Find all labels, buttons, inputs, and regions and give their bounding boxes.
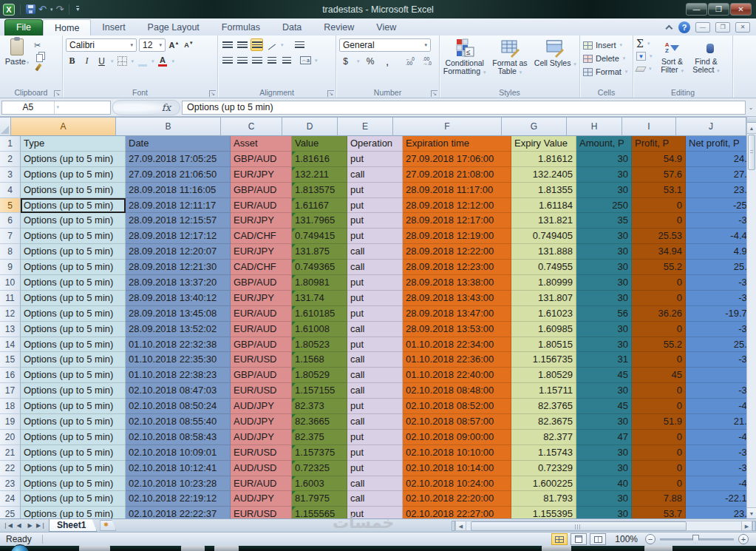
cell-H5[interactable]: 250 [576,198,632,214]
cell-A22[interactable]: Options (up to 5 min) [21,461,126,476]
cell-D6[interactable]: 131.7965 [292,213,347,229]
zoom-out-button[interactable]: − [645,534,655,544]
cell-E17[interactable]: call [347,383,403,399]
cell-C23[interactable]: EUR/AUD [231,476,292,492]
next-sheet-icon[interactable]: ▶ [25,522,35,529]
excel-logo-icon[interactable]: X [3,4,15,16]
cell-D24[interactable]: 81.7975 [292,491,347,507]
cell-C16[interactable]: GBP/AUD [231,368,292,383]
cell-I8[interactable]: 34.94 [632,244,686,260]
row-header-18[interactable]: 18 [0,399,21,414]
cell-J10[interactable]: -30 [686,275,746,291]
cell-B17[interactable]: 02.10.2018 08:47:03 [126,383,231,399]
cell-A16[interactable]: Options (up to 5 min) [21,368,126,383]
row-header-24[interactable]: 24 [0,491,21,507]
cell-B15[interactable]: 01.10.2018 22:35:30 [126,352,231,368]
row-header-4[interactable]: 4 [0,183,21,198]
tab-review[interactable]: Review [313,19,365,36]
insert-cells-button[interactable]: Insert▾ [583,38,630,52]
cell-I4[interactable]: 53.1 [632,183,686,198]
row-header-1[interactable]: 1 [0,136,21,152]
save-icon[interactable] [26,4,35,14]
cell-C5[interactable]: EUR/AUD [231,198,292,214]
cell-D20[interactable]: 82.375 [292,430,347,445]
cell-J9[interactable]: 25.2 [686,260,746,275]
cell-H8[interactable]: 30 [576,244,632,260]
cell-J12[interactable]: -19.74 [686,306,746,322]
zoom-in-button[interactable]: + [738,534,749,544]
cell-E9[interactable]: call [347,260,403,275]
cell-B9[interactable]: 28.09.2018 12:21:30 [126,260,231,275]
customize-qat-icon[interactable]: ▾ [76,6,79,13]
cell-E10[interactable]: put [347,275,403,291]
paste-button[interactable]: Paste▾ [3,38,31,71]
cell-J6[interactable]: -35 [686,213,746,229]
cell-C6[interactable]: EUR/JPY [231,213,292,229]
col-header-F[interactable]: F [393,117,502,136]
cell-I24[interactable]: 7.88 [632,491,686,507]
col-header-B[interactable]: B [116,117,221,136]
italic-button[interactable]: I [81,55,93,67]
cell-G14[interactable]: 1.80515 [511,337,576,353]
cell-H1[interactable]: Amount, P [576,136,632,152]
cell-F7[interactable]: 28.09.2018 12:19:00 [403,229,511,244]
cell-J1[interactable]: Net profit, P [686,136,746,152]
font-name-select[interactable]: Calibri▾ [66,38,137,52]
cell-D23[interactable]: 1.6003 [292,476,347,492]
cell-G12[interactable]: 1.61023 [511,306,576,322]
cell-G4[interactable]: 1.81355 [511,183,576,198]
cell-H15[interactable]: 31 [576,352,632,368]
row-header-15[interactable]: 15 [0,352,21,368]
row-header-21[interactable]: 21 [0,445,21,461]
cell-J5[interactable]: -250 [686,198,746,214]
align-right-icon[interactable] [251,54,263,67]
format-cells-button[interactable]: Format▾ [583,65,630,78]
cell-H17[interactable]: 30 [576,383,632,399]
fill-button[interactable]: ▼▾ [636,51,653,61]
col-header-I[interactable]: I [622,117,676,136]
cell-E1[interactable]: Operation [347,136,403,152]
cell-D7[interactable]: 0.749415 [292,229,347,244]
cell-G18[interactable]: 82.3765 [511,399,576,414]
cell-E25[interactable]: put [347,507,403,518]
cell-I1[interactable]: Profit, P [632,136,686,152]
normal-view-button[interactable] [551,533,568,545]
cell-B1[interactable]: Date [126,136,231,152]
tab-view[interactable]: View [365,19,407,36]
cell-F9[interactable]: 28.09.2018 12:23:00 [403,260,511,275]
redo-icon[interactable]: ↷ [55,4,64,16]
cell-D22[interactable]: 0.72325 [292,461,347,476]
accounting-format-icon[interactable]: $ [339,55,352,67]
row-header-6[interactable]: 6 [0,213,21,229]
restore-button[interactable]: ❐ [708,3,729,16]
cell-A1[interactable]: Type [21,136,126,152]
cell-C12[interactable]: EUR/AUD [231,306,292,322]
cut-icon[interactable]: ✂ [34,41,43,50]
cell-A12[interactable]: Options (up to 5 min) [21,306,126,322]
cell-B7[interactable]: 28.09.2018 12:17:12 [126,229,231,244]
cell-G20[interactable]: 82.377 [511,430,576,445]
cell-C8[interactable]: EUR/JPY [231,244,292,260]
tab-insert[interactable]: Insert [91,19,136,36]
cell-G10[interactable]: 1.80999 [511,275,576,291]
cell-C3[interactable]: EUR/JPY [231,167,292,183]
copy-icon[interactable] [36,54,43,62]
cell-D18[interactable]: 82.373 [292,399,347,414]
taskbar-button[interactable] [181,546,205,551]
insert-function-icon[interactable]: fx [162,102,180,113]
cell-I15[interactable]: 0 [632,352,686,368]
cell-A3[interactable]: Options (up to 5 min) [21,167,126,183]
cell-I19[interactable]: 51.9 [632,414,686,430]
cell-I16[interactable]: 45 [632,368,686,383]
conditional-formatting-button[interactable]: ≤ Conditional Formatting ▾ [443,38,486,87]
cell-D3[interactable]: 132.211 [292,167,347,183]
cell-A13[interactable]: Options (up to 5 min) [21,322,126,337]
zoom-level[interactable]: 100% [615,534,638,544]
cell-G5[interactable]: 1.61184 [511,198,576,214]
cell-A6[interactable]: Options (up to 5 min) [21,213,126,229]
cell-J15[interactable]: -31 [686,352,746,368]
col-header-E[interactable]: E [338,117,393,136]
undo-icon[interactable]: ↶ [38,4,47,16]
cell-G21[interactable]: 1.15743 [511,445,576,461]
cell-I13[interactable]: 0 [632,322,686,337]
